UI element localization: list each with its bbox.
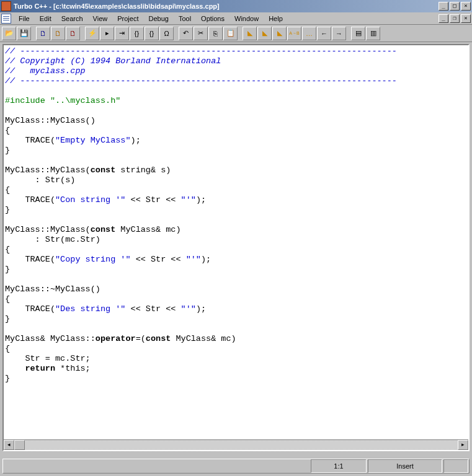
status-empty (443, 459, 468, 473)
copy-icon[interactable]: ⎘ (208, 27, 223, 40)
mdi-restore-button[interactable]: ❐ (450, 14, 460, 23)
code-text (5, 364, 25, 373)
code-text: ); (131, 136, 141, 145)
code-text: TRACE( (5, 136, 55, 145)
brace: { (5, 344, 10, 353)
horizontal-scrollbar[interactable]: ◂ ▸ (4, 439, 468, 450)
code-text: MyClass::MyClass() (5, 116, 96, 125)
status-position: 1:1 (311, 459, 367, 473)
menu-tool[interactable]: Tool (174, 14, 196, 24)
minimize-button[interactable]: _ (439, 2, 448, 11)
brace: { (5, 294, 10, 304)
code-text: << Str << (125, 195, 180, 205)
paste-icon[interactable]: 📋 (223, 27, 238, 40)
find-c-icon[interactable]: 🗋 (66, 27, 80, 40)
view-split-icon[interactable]: ▤ (351, 27, 365, 40)
brace: } (5, 374, 10, 383)
string-literal: "Copy string '" (55, 255, 131, 264)
editor-pane: // -------------------------------------… (2, 44, 470, 451)
code-text: MyClass::MyClass( (5, 225, 91, 234)
menu-view[interactable]: View (88, 14, 113, 24)
scroll-track[interactable] (25, 440, 458, 450)
find-a-icon[interactable]: 🗋 (36, 27, 50, 40)
titlebar: Turbo C++ - [c:\tcwin45\examples\classli… (0, 0, 472, 12)
menu-options[interactable]: Options (196, 14, 229, 24)
keyword: return (25, 364, 55, 373)
menubar: File Edit Search View Project Debug Tool… (0, 12, 472, 25)
code-text: TRACE( (5, 195, 55, 205)
view-single-icon[interactable]: ▥ (366, 27, 380, 40)
highlight-ab-icon[interactable]: A→B (287, 27, 301, 40)
comment-line: // Copyright (C) 1994 Borland Internatio… (5, 56, 221, 66)
scroll-right-icon[interactable]: ▸ (458, 440, 468, 450)
code-text: MyClass& MyClass:: (5, 334, 96, 343)
menu-search[interactable]: Search (56, 14, 88, 24)
keyword: const (146, 334, 171, 343)
string-literal: "'" (186, 255, 201, 264)
scroll-left-icon[interactable]: ◂ (4, 440, 14, 450)
save-file-icon[interactable]: 💾 (17, 27, 31, 40)
statusbar: 1:1 Insert (2, 459, 470, 474)
status-mode: Insert (368, 459, 442, 473)
breakpoint-2-icon[interactable]: {} (145, 27, 159, 40)
comment-line: // -------------------------------------… (5, 76, 397, 86)
scroll-thumb[interactable] (14, 440, 25, 450)
window-title: Turbo C++ - [c:\tcwin45\examples\classli… (14, 2, 439, 10)
code-text: MyClass& mc) (115, 225, 180, 234)
code-editor[interactable]: // -------------------------------------… (4, 45, 468, 439)
toolbar: 📂 💾 🗋 🗋 🗋 ⚡ ▸ ⇥ {} {} Ω ↶ ✂ ⎘ 📋 ◣ ◣ ◣ A→… (0, 25, 472, 42)
breakpoint-1-icon[interactable]: {} (130, 27, 144, 40)
cut-icon[interactable]: ✂ (194, 27, 208, 40)
code-text: MyClass::~MyClass() (5, 284, 100, 294)
mdi-minimize-button[interactable]: _ (439, 14, 448, 23)
menu-debug[interactable]: Debug (143, 14, 173, 24)
brace: } (5, 265, 10, 274)
open-file-icon[interactable]: 📂 (2, 27, 16, 40)
string-literal: "'" (181, 195, 196, 205)
app-icon (1, 1, 11, 11)
code-text: *this; (55, 364, 91, 373)
run-to-icon[interactable]: ⇥ (115, 27, 129, 40)
code-text: ); (196, 195, 206, 205)
undo-icon[interactable]: ↶ (179, 27, 193, 40)
close-button[interactable]: × (461, 2, 471, 11)
string-literal: "'" (181, 304, 196, 314)
string-literal: "Con string '" (55, 195, 125, 205)
breakpoint-omega-icon[interactable]: Ω (159, 27, 174, 40)
code-text: string& s) (115, 165, 171, 175)
menu-project[interactable]: Project (112, 14, 143, 24)
keyword: const (91, 165, 116, 175)
highlight-3-icon[interactable]: ◣ (272, 27, 287, 40)
maximize-button[interactable]: □ (450, 2, 460, 11)
code-text: : Str(mc.Str) (5, 235, 100, 244)
string-literal: "Empty MyClass" (55, 136, 131, 145)
highlight-1-icon[interactable]: ◣ (243, 27, 257, 40)
string-literal: "Des string '" (55, 304, 125, 314)
code-text: ); (196, 304, 206, 314)
menu-window[interactable]: Window (229, 14, 264, 24)
highlight-dots-icon[interactable]: … (302, 27, 316, 40)
brace: { (5, 126, 10, 135)
menu-file[interactable]: File (14, 14, 35, 24)
lightning-icon[interactable]: ⚡ (85, 27, 99, 40)
brace: } (5, 205, 10, 214)
goto-right-icon[interactable]: → (332, 27, 346, 40)
comment-line: // myclass.cpp (5, 66, 86, 76)
highlight-2-icon[interactable]: ◣ (257, 27, 272, 40)
code-text: MyClass& mc) (171, 334, 236, 343)
code-text: ); (201, 255, 211, 264)
comment-line: // -------------------------------------… (5, 46, 397, 56)
code-text: Str = mc.Str; (5, 354, 91, 363)
goto-left-icon[interactable]: ← (317, 27, 331, 40)
code-text: : Str(s) (5, 175, 75, 185)
find-b-icon[interactable]: 🗋 (51, 27, 65, 40)
menu-help[interactable]: Help (264, 14, 288, 24)
brace: } (5, 314, 10, 324)
brace: { (5, 245, 10, 254)
document-icon[interactable] (1, 14, 11, 24)
step-into-icon[interactable]: ▸ (100, 27, 114, 40)
preprocessor: #include "..\myclass.h" (5, 96, 120, 105)
menu-edit[interactable]: Edit (35, 14, 56, 24)
keyword: operator (96, 334, 136, 343)
mdi-close-button[interactable]: × (461, 14, 471, 23)
